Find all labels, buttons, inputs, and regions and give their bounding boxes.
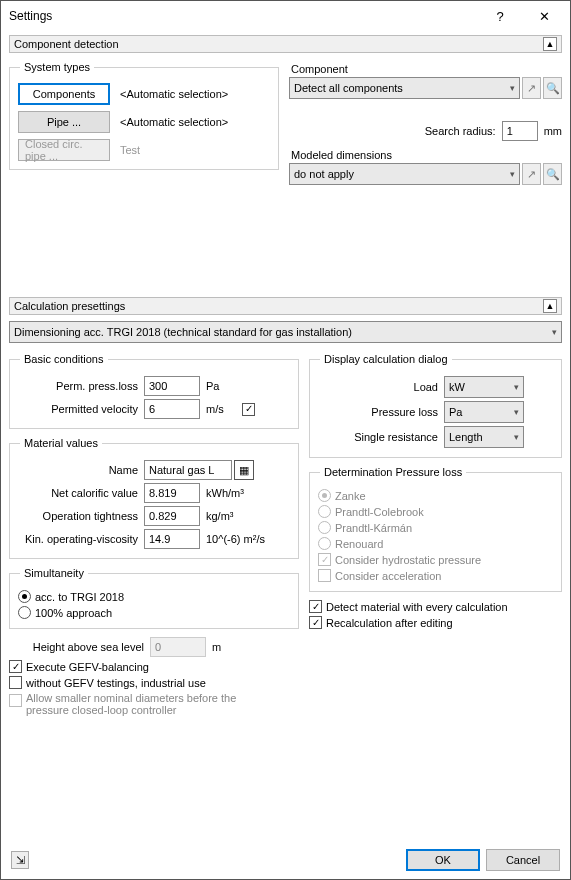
prandtl-colebrook-label: Prandtl-Colebrook [335, 506, 424, 518]
renouard-label: Renouard [335, 538, 383, 550]
without-gefv-checkbox[interactable] [9, 676, 22, 689]
search-icon-2: 🔍 [543, 163, 562, 185]
dimensioning-select[interactable]: Dimensioning acc. TRGI 2018 (technical s… [9, 321, 562, 343]
pin-icon[interactable]: ⇲ [11, 851, 29, 869]
trgi-label: acc. to TRGI 2018 [35, 591, 124, 603]
display-dialog-group: Display calculation dialog Load kW▾ Pres… [309, 353, 562, 458]
recalc-label: Recalculation after editing [326, 617, 453, 629]
smaller-diameters-checkbox [9, 694, 22, 707]
closed-pipe-note: Test [120, 144, 140, 156]
press-loss-label: Pressure loss [318, 406, 438, 418]
detect-material-label: Detect material with every calculation [326, 601, 508, 613]
simultaneity-group: Simultaneity acc. to TRGI 2018 100% appr… [9, 567, 299, 629]
viscosity-unit: 10^(-6) m²/s [206, 533, 265, 545]
basic-conditions-legend: Basic conditions [20, 353, 108, 365]
zanke-radio [318, 489, 331, 502]
modeled-dimensions-label: Modeled dimensions [291, 149, 562, 161]
tightness-unit: kg/m³ [206, 510, 234, 522]
modeled-dimensions-value: do not apply [294, 168, 354, 180]
perm-vel-checkbox[interactable] [242, 403, 255, 416]
single-res-select[interactable]: Length▾ [444, 426, 524, 448]
prandtl-karman-label: Prandtl-Kármán [335, 522, 412, 534]
pick-icon-2: ↗ [522, 163, 541, 185]
modeled-dimensions-select[interactable]: do not apply▾ [289, 163, 520, 185]
component-detection-label: Component detection [14, 38, 543, 50]
perm-vel-label: Permitted velocity [18, 403, 138, 415]
window-title: Settings [9, 9, 478, 23]
prandtl-karman-radio [318, 521, 331, 534]
display-dialog-legend: Display calculation dialog [320, 353, 452, 365]
component-detection-header[interactable]: Component detection ▲ [9, 35, 562, 53]
tightness-input[interactable]: 0.829 [144, 506, 200, 526]
search-radius-unit: mm [544, 125, 562, 137]
perm-press-unit: Pa [206, 380, 219, 392]
zanke-label: Zanke [335, 490, 366, 502]
press-loss-value: Pa [449, 406, 462, 418]
renouard-radio [318, 537, 331, 550]
search-radius-label: Search radius: [425, 125, 496, 137]
gefv-label: Execute GEFV-balancing [26, 661, 149, 673]
dimensioning-value: Dimensioning acc. TRGI 2018 (technical s… [14, 326, 352, 338]
hydrostatic-label: Consider hydrostatic pressure [335, 554, 481, 566]
hydrostatic-checkbox [318, 553, 331, 566]
tightness-label: Operation tightness [18, 510, 138, 522]
trgi-radio[interactable] [18, 590, 31, 603]
gefv-checkbox[interactable] [9, 660, 22, 673]
material-values-group: Material values Name Natural gas L ▦ Net… [9, 437, 299, 559]
component-select-value: Detect all components [294, 82, 403, 94]
cancel-button[interactable]: Cancel [486, 849, 560, 871]
detect-material-checkbox[interactable] [309, 600, 322, 613]
collapse-icon-2[interactable]: ▲ [543, 299, 557, 313]
basic-conditions-group: Basic conditions Perm. press.loss 300 Pa… [9, 353, 299, 429]
load-label: Load [318, 381, 438, 393]
closed-pipe-button: Closed circ. pipe ... [18, 139, 110, 161]
perm-vel-unit: m/s [206, 403, 232, 415]
load-select[interactable]: kW▾ [444, 376, 524, 398]
height-input: 0 [150, 637, 206, 657]
acceleration-label: Consider acceleration [335, 570, 441, 582]
determination-legend: Determination Pressure loss [320, 466, 466, 478]
perm-press-input[interactable]: 300 [144, 376, 200, 396]
components-note: <Automatic selection> [120, 88, 228, 100]
full-label: 100% approach [35, 607, 112, 619]
help-button[interactable]: ? [478, 2, 522, 30]
search-radius-input[interactable]: 1 [502, 121, 538, 141]
viscosity-input[interactable]: 14.9 [144, 529, 200, 549]
single-res-label: Single resistance [318, 431, 438, 443]
recalc-checkbox[interactable] [309, 616, 322, 629]
components-button[interactable]: Components [18, 83, 110, 105]
load-value: kW [449, 381, 465, 393]
pipe-note: <Automatic selection> [120, 116, 228, 128]
acceleration-checkbox [318, 569, 331, 582]
component-label: Component [291, 63, 562, 75]
determination-group: Determination Pressure loss Zanke Prandt… [309, 466, 562, 592]
system-types-group: System types Components <Automatic selec… [9, 61, 279, 170]
viscosity-label: Kin. operating-viscosity [18, 533, 138, 545]
pipe-button[interactable]: Pipe ... [18, 111, 110, 133]
smaller-diameters-label: Allow smaller nominal diameters before t… [26, 692, 256, 716]
prandtl-colebrook-radio [318, 505, 331, 518]
pick-icon: ↗ [522, 77, 541, 99]
ok-button[interactable]: OK [406, 849, 480, 871]
calculation-presettings-header[interactable]: Calculation presettings ▲ [9, 297, 562, 315]
height-label: Height above sea level [9, 641, 144, 653]
perm-vel-input[interactable]: 6 [144, 399, 200, 419]
height-unit: m [212, 641, 221, 653]
search-icon: 🔍 [543, 77, 562, 99]
calculation-presettings-label: Calculation presettings [14, 300, 543, 312]
full-radio[interactable] [18, 606, 31, 619]
system-types-legend: System types [20, 61, 94, 73]
material-values-legend: Material values [20, 437, 102, 449]
net-calorific-unit: kWh/m³ [206, 487, 244, 499]
close-button[interactable]: ✕ [522, 2, 566, 30]
collapse-icon[interactable]: ▲ [543, 37, 557, 51]
press-loss-select[interactable]: Pa▾ [444, 401, 524, 423]
table-icon[interactable]: ▦ [234, 460, 254, 480]
simultaneity-legend: Simultaneity [20, 567, 88, 579]
net-calorific-input[interactable]: 8.819 [144, 483, 200, 503]
component-select[interactable]: Detect all components▾ [289, 77, 520, 99]
net-calorific-label: Net calorific value [18, 487, 138, 499]
without-gefv-label: without GEFV testings, industrial use [26, 677, 206, 689]
material-name-input[interactable]: Natural gas L [144, 460, 232, 480]
perm-press-label: Perm. press.loss [18, 380, 138, 392]
